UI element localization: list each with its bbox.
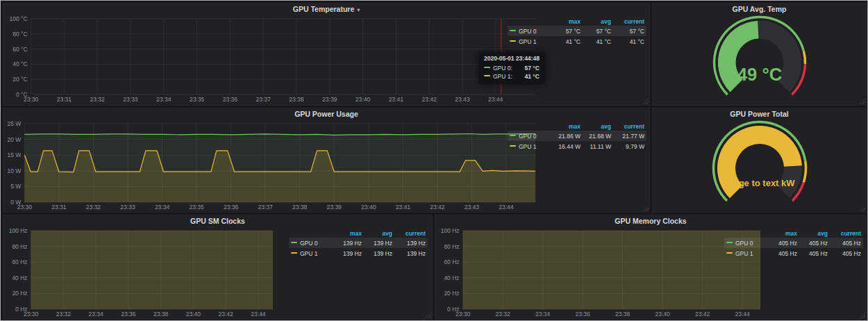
svg-text:23:31: 23:31 [51, 204, 67, 211]
tooltip-timestamp: 2020-05-01 23:44:48 [484, 55, 540, 62]
gpu-memory-clocks-chart[interactable]: 0 Hz20 Hz40 Hz60 Hz80 Hz100 Hz23:3023:32… [437, 227, 765, 318]
svg-text:23:38: 23:38 [153, 311, 169, 318]
panel-resize-handle[interactable] [860, 313, 865, 318]
legend-value: 21.68 W [581, 133, 611, 140]
svg-text:23:36: 23:36 [224, 204, 239, 211]
panel-resize-handle[interactable] [643, 99, 649, 104]
panel-title-text: GPU Temperature [293, 5, 355, 13]
legend-value: 405 Hz [797, 240, 828, 247]
svg-text:25 W: 25 W [8, 120, 22, 127]
svg-text:23:34: 23:34 [88, 311, 103, 318]
svg-text:23:41: 23:41 [389, 96, 404, 103]
svg-text:20 Hz: 20 Hz [12, 290, 27, 297]
legend-series-toggle[interactable]: GPU 0 [726, 240, 767, 247]
panel-gpu-temperature: GPU Temperature▾ 0 °C20 °C40 °C60 °C80 °… [3, 3, 650, 106]
gpu-temperature-legend: maxavgcurrentGPU 057 °C57 °C57 °CGPU 141… [508, 17, 646, 47]
legend-header[interactable]: current [611, 123, 644, 130]
legend-header[interactable]: current [611, 18, 644, 25]
legend-value: 405 Hz [767, 240, 797, 247]
tooltip-row: GPU 1:41 °C [484, 72, 540, 81]
svg-text:23:42: 23:42 [695, 311, 710, 318]
panel-gpu-power-usage: GPU Power Usage 0 W5 W10 W15 W20 W25 W23… [3, 108, 650, 213]
legend-series-toggle[interactable]: GPU 1 [510, 38, 550, 45]
series-color-dash-icon [291, 242, 297, 243]
legend-header[interactable]: avg [581, 18, 611, 25]
svg-text:23:44: 23:44 [251, 311, 266, 318]
legend-header[interactable]: current [392, 230, 426, 237]
legend-header[interactable]: max [767, 230, 797, 237]
svg-text:10 W: 10 W [8, 167, 22, 174]
panel-title-text: GPU Avg. Temp [733, 5, 787, 13]
svg-text:23:37: 23:37 [258, 204, 274, 211]
panel-menu-caret-icon[interactable]: ▾ [357, 7, 360, 13]
legend-header[interactable]: max [550, 18, 581, 25]
svg-text:23:44: 23:44 [735, 311, 750, 318]
tooltip-series-value: 57 °C [517, 65, 540, 72]
legend-value: 139 Hz [331, 250, 362, 257]
legend-row: GPU 116.44 W11.11 W9.79 W [508, 141, 646, 151]
panel-gpu-memory-clocks: GPU Memory Clocks 0 Hz20 Hz40 Hz60 Hz80 … [435, 215, 867, 320]
legend-row: GPU 0405 Hz405 Hz405 Hz [724, 238, 863, 248]
legend-row: GPU 0139 Hz139 Hz139 Hz [289, 238, 428, 248]
svg-text:80 Hz: 80 Hz [12, 243, 27, 250]
svg-text:23:32: 23:32 [86, 204, 101, 211]
legend-header-row: maxavgcurrent [508, 122, 646, 131]
grafana-dashboard: GPU Temperature▾ 0 °C20 °C40 °C60 °C80 °… [0, 0, 868, 321]
panel-title-text: GPU Memory Clocks [615, 217, 686, 225]
legend-value: 139 Hz [392, 250, 426, 257]
legend-header[interactable]: avg [362, 230, 392, 237]
tooltip-row: GPU 0:57 °C [484, 64, 540, 72]
legend-row: GPU 1139 Hz139 Hz139 Hz [289, 248, 428, 258]
gpu-sm-clocks-legend: maxavgcurrentGPU 0139 Hz139 Hz139 HzGPU … [289, 229, 428, 258]
svg-text:23:41: 23:41 [396, 204, 411, 211]
panel-title-gpu-sm-clocks[interactable]: GPU SM Clocks [3, 215, 432, 227]
svg-text:60 °C: 60 °C [12, 46, 27, 53]
legend-value: 139 Hz [331, 240, 362, 247]
svg-text:100 Hz: 100 Hz [9, 227, 28, 234]
svg-text:23:40: 23:40 [356, 96, 371, 103]
legend-series-toggle[interactable]: GPU 0 [291, 240, 331, 247]
legend-value: 139 Hz [392, 240, 426, 247]
panel-title-gpu-power-usage[interactable]: GPU Power Usage [3, 108, 649, 120]
gpu-power-total-gauge: range to text kW [656, 120, 864, 211]
panel-title-gpu-power-total[interactable]: GPU Power Total [653, 108, 866, 120]
svg-text:23:35: 23:35 [189, 204, 204, 211]
panel-title-text: GPU Power Usage [294, 110, 358, 118]
legend-header[interactable]: current [828, 230, 861, 237]
legend-series-toggle[interactable]: GPU 1 [510, 143, 550, 150]
svg-text:20 Hz: 20 Hz [444, 290, 459, 297]
svg-text:23:34: 23:34 [155, 204, 170, 211]
panel-title-gpu-temperature[interactable]: GPU Temperature▾ [3, 3, 649, 15]
legend-series-toggle[interactable]: GPU 1 [291, 250, 331, 257]
panel-gpu-avg-temp: GPU Avg. Temp 49 °C [652, 3, 867, 106]
legend-series-toggle[interactable]: GPU 0 [510, 28, 550, 35]
legend-header[interactable]: avg [581, 123, 611, 130]
legend-value: 405 Hz [797, 250, 828, 257]
svg-text:23:38: 23:38 [292, 204, 308, 211]
svg-text:15 W: 15 W [8, 151, 22, 158]
svg-text:23:36: 23:36 [121, 311, 136, 318]
panel-title-gpu-memory-clocks[interactable]: GPU Memory Clocks [435, 215, 866, 227]
svg-text:23:30: 23:30 [24, 311, 39, 318]
series-color-dash-icon [510, 30, 516, 31]
series-color-dash-icon [484, 75, 490, 76]
gpu-sm-clocks-chart[interactable]: 0 Hz20 Hz40 Hz60 Hz80 Hz100 Hz23:3023:32… [5, 227, 277, 318]
panel-gpu-sm-clocks: GPU SM Clocks 0 Hz20 Hz40 Hz60 Hz80 Hz10… [3, 215, 433, 320]
gpu-power-usage-chart[interactable]: 0 W5 W10 W15 W20 W25 W23:3023:3123:3223:… [5, 120, 540, 211]
legend-series-toggle[interactable]: GPU 1 [726, 250, 767, 257]
legend-header[interactable]: max [550, 123, 581, 130]
svg-text:23:42: 23:42 [430, 204, 445, 211]
series-color-dash-icon [726, 252, 733, 254]
svg-text:23:40: 23:40 [361, 204, 376, 211]
gpu-temperature-chart[interactable]: 0 °C20 °C40 °C60 °C80 °C100 °C23:3023:31… [5, 15, 540, 104]
legend-header[interactable]: avg [797, 230, 828, 237]
svg-text:23:44: 23:44 [488, 96, 503, 103]
svg-text:23:38: 23:38 [289, 96, 304, 103]
panel-title-gpu-avg-temp[interactable]: GPU Avg. Temp [653, 3, 866, 15]
panel-resize-handle[interactable] [643, 206, 649, 211]
legend-header[interactable]: max [331, 230, 362, 237]
legend-series-toggle[interactable]: GPU 0 [510, 133, 550, 140]
series-color-dash-icon [510, 135, 516, 136]
panel-resize-handle[interactable] [426, 313, 431, 318]
svg-text:23:30: 23:30 [456, 311, 471, 318]
